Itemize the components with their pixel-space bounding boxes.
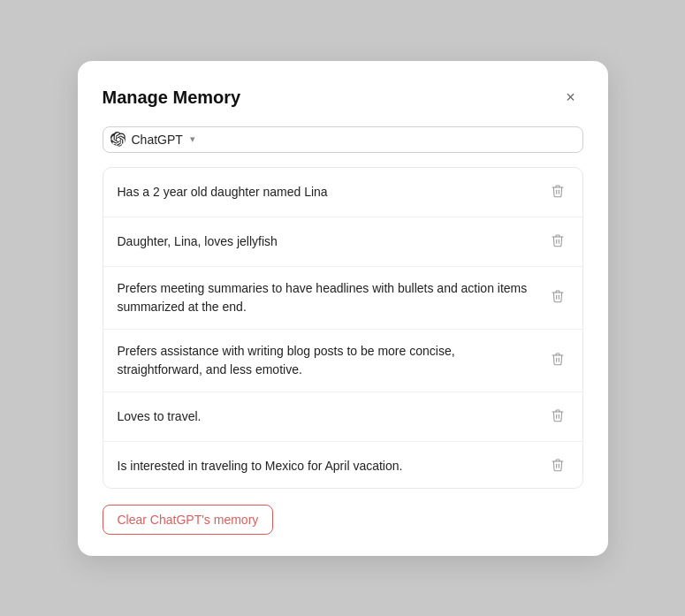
trash-icon	[551, 233, 565, 250]
modal-footer: Clear ChatGPT's memory	[103, 505, 583, 535]
clear-memory-button[interactable]: Clear ChatGPT's memory	[103, 505, 274, 535]
memory-item-text: Daughter, Lina, loves jellyfish	[118, 232, 537, 251]
trash-icon	[551, 408, 565, 425]
memory-list-item: Has a 2 year old daughter named Lina	[103, 168, 582, 217]
delete-memory-button[interactable]	[547, 285, 568, 309]
trash-icon	[551, 289, 565, 306]
delete-memory-button[interactable]	[547, 454, 568, 478]
memory-list-item: Is interested in traveling to Mexico for…	[103, 442, 582, 489]
source-label: ChatGPT	[132, 133, 183, 147]
delete-memory-button[interactable]	[547, 230, 568, 254]
memory-list-item: Prefers assistance with writing blog pos…	[103, 330, 582, 392]
chatgpt-logo-icon	[110, 132, 126, 148]
trash-icon	[551, 184, 565, 201]
modal-overlay: Manage Memory × ChatGPT ▾ Has a 2 year o…	[0, 0, 685, 616]
delete-memory-button[interactable]	[547, 405, 568, 429]
delete-memory-button[interactable]	[547, 180, 568, 204]
modal-title: Manage Memory	[103, 87, 241, 108]
memory-list-item: Prefers meeting summaries to have headli…	[103, 267, 582, 330]
close-icon: ×	[566, 88, 575, 107]
memory-item-text: Prefers assistance with writing blog pos…	[118, 342, 537, 379]
manage-memory-modal: Manage Memory × ChatGPT ▾ Has a 2 year o…	[78, 61, 608, 556]
trash-icon	[551, 352, 565, 369]
memory-item-text: Prefers meeting summaries to have headli…	[118, 279, 537, 316]
source-selector-button[interactable]: ChatGPT ▾	[103, 126, 583, 153]
memory-item-text: Is interested in traveling to Mexico for…	[118, 457, 537, 475]
chevron-down-icon: ▾	[190, 133, 195, 145]
memory-item-text: Loves to travel.	[118, 407, 537, 426]
close-button[interactable]: ×	[559, 86, 583, 110]
memory-list: Has a 2 year old daughter named Lina Dau…	[103, 167, 583, 489]
trash-icon	[551, 458, 565, 475]
memory-list-item: Loves to travel.	[103, 392, 582, 442]
memory-item-text: Has a 2 year old daughter named Lina	[118, 183, 537, 202]
memory-list-item: Daughter, Lina, loves jellyfish	[103, 217, 582, 267]
modal-header: Manage Memory ×	[103, 86, 583, 110]
delete-memory-button[interactable]	[547, 348, 568, 372]
